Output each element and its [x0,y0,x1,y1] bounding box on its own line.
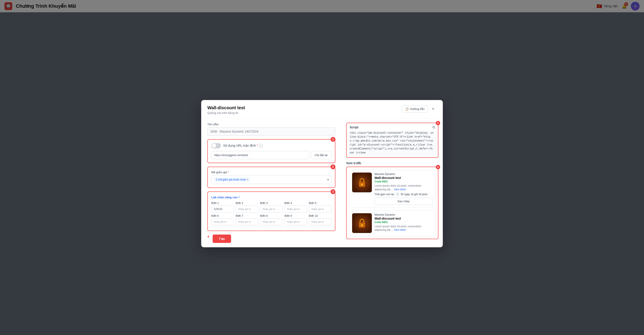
vars-grid-row2: Biến 6 Biến 7 Biến 8 Biến 9 [211,214,332,225]
section-script: 5 Script ⧉ <div class="pm-discount-conta… [346,123,438,158]
modal-header-actions: 📋 Hướng dẫn × [402,105,437,113]
var-group-8: Biến 8 [260,214,283,225]
info-icon[interactable]: i [259,144,263,148]
tag-remove[interactable]: × [247,178,248,181]
url-toggle[interactable] [211,143,221,148]
preview-time-1: Thời gian còn lại: 🕐 35 ngày 16 giờ 34 p… [374,193,432,196]
toggle-label: Sử dụng URL mặc định * i [223,144,263,148]
clock-icon-1: 🕐 [396,193,399,196]
offer-name-group: Tên offer [207,123,336,136]
preview-title: Xem trước [346,161,438,165]
preview-content-2: Massive Dynamic Wall-discount test Code-… [374,213,432,233]
toggle-row: Sử dụng URL mặc định * i [211,143,332,148]
vars-grid-row1: Biến 1 Biến 2 Biến 3 Biến 4 [211,202,332,213]
var-label-10: Biến 10 [309,214,332,217]
var-group-9: Biến 9 [284,214,307,225]
section-preview: Xem trước 6 [346,161,438,239]
var-label-3: Biến 3 [260,202,283,205]
reset-button[interactable]: Cài đặt lại [311,151,332,159]
script-header: Script ⧉ [346,123,438,131]
preview-desc-2: Lorem ipsum dolor sit amet, consectetur … [374,225,432,232]
var-label-5: Biến 5 [309,202,332,205]
var-input-2[interactable] [236,205,258,213]
offer-name-label: Tên offer [207,123,336,126]
var-input-8[interactable] [260,218,283,225]
modal-body: Tên offer 1 Sử dụng URL mặc định * i [201,118,443,247]
preview-desc-1: Lorem ipsum dolor sit amet, consectetur … [374,184,432,191]
advanced-toggle[interactable]: Lựa chọn nâng cao ^ [211,196,240,199]
offer-name-input[interactable] [207,127,336,136]
var-group-7: Biến 7 [236,214,258,225]
var-label-8: Biến 8 [260,214,283,217]
section-number-1: 1 [330,137,336,142]
section-number-6: 6 [436,165,440,169]
url-input[interactable] [211,151,309,159]
left-panel: Tên offer 1 Sử dụng URL mặc định * i [201,118,342,247]
preview-card-2: Massive Dynamic Wall-discount test Code-… [349,210,435,236]
var-group-5: Biến 5 [309,202,332,213]
guide-button[interactable]: 📋 Hướng dẫn [402,105,428,113]
var-label-6: Biến 6 [211,214,234,217]
var-group-3: Biến 3 [260,202,283,213]
script-title: Script [350,126,358,129]
see-more-link-1[interactable]: Xem thêm [394,188,406,191]
preview-brand-1: Massive Dynamic [374,173,432,176]
section-number-2: 2 [330,164,336,169]
section-number-3: 3 [330,189,336,194]
see-more-link-2[interactable]: Xem thêm [394,228,406,231]
modal: Wall-discount test Quảng cáo trên bảng t… [201,100,443,247]
section-discount: 2 Mã giảm giá * 2 mã giảm giá được chọn … [207,167,336,188]
preview-image-2 [352,213,372,233]
var-label-7: Biến 7 [236,214,258,217]
var-input-5[interactable] [309,205,332,213]
discount-label: Mã giảm giá * [211,171,332,174]
copy-script-icon[interactable]: ⧉ [432,125,435,129]
var-label-4: Biến 4 [284,202,307,205]
svg-rect-7 [362,225,362,226]
var-group-4: Biến 4 [284,202,307,213]
preview-brand-2: Massive Dynamic [374,213,432,216]
modal-title-group: Wall-discount test Quảng cáo trên bảng t… [207,105,245,115]
modal-header: Wall-discount test Quảng cáo trên bảng t… [201,100,443,118]
url-row: Cài đặt lại [211,151,332,159]
section-number-5: 5 [436,121,440,125]
close-button[interactable]: × [430,106,437,113]
copy-button-1[interactable]: Sao chép [374,198,432,205]
var-input-7[interactable] [236,218,258,225]
discount-select-wrapper: 2 mã giảm giá được chọn × ▾ [211,175,332,184]
section-advanced: 3 Lựa chọn nâng cao ^ Biến 1 Biến 2 [207,191,336,231]
var-input-9[interactable] [284,218,307,225]
discount-select[interactable]: 2 mã giảm giá được chọn × [211,175,332,184]
discount-tag: 2 mã giảm giá được chọn × [214,178,250,182]
var-group-6: Biến 6 [211,214,234,225]
right-panel: 5 Script ⧉ <div class="pm-discount-conta… [342,118,443,247]
var-input-3[interactable] [260,205,283,213]
var-group-2: Biến 2 [236,202,258,213]
section-url: 1 Sử dụng URL mặc định * i Cài đặt lại [207,139,336,163]
var-label-2: Biến 2 [236,202,258,205]
preview-content-1: Massive Dynamic Wall-discount test Code-… [374,173,432,205]
script-content: <div class="pm-discount-container" style… [346,131,438,157]
var-label-9: Biến 9 [284,214,307,217]
preview-code-1: Code-0001 [374,180,432,183]
section-create: 4 Tạo [207,234,336,243]
preview-cards-container: 6 [346,167,438,239]
modal-title: Wall-discount test [207,105,245,110]
svg-rect-3 [362,184,362,186]
var-group-10: Biến 10 [309,214,332,225]
modal-overlay: Wall-discount test Quảng cáo trên bảng t… [0,0,644,335]
modal-subtitle: Quảng cáo trên bảng tin [207,111,245,115]
var-input-6[interactable] [211,218,234,225]
preview-card-1: Massive Dynamic Wall-discount test Code-… [349,170,435,208]
preview-image-1 [352,173,372,192]
preview-name-2: Wall-discount test [374,217,432,220]
var-label-1: Biến 1 [211,202,234,205]
preview-code-2: Code-0001 [374,221,432,224]
var-input-4[interactable] [284,205,307,213]
var-input-1[interactable] [211,205,234,213]
guide-icon: 📋 [405,107,409,111]
create-button[interactable]: Tạo [212,234,231,243]
var-group-1: Biến 1 [211,202,234,213]
var-input-10[interactable] [309,218,332,225]
preview-name-1: Wall-discount test [374,176,432,180]
